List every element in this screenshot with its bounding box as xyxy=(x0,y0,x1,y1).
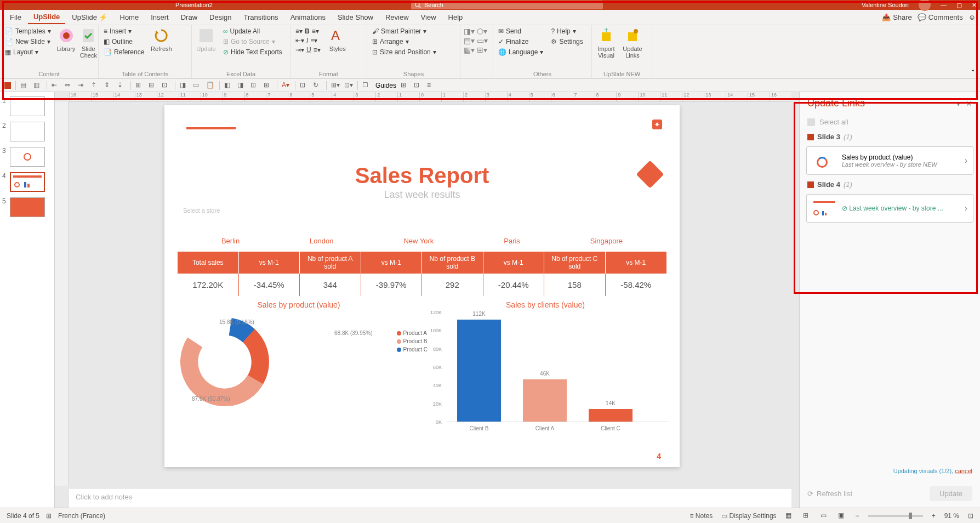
donut-chart[interactable]: Sales by product (value) 15.8K (9.18%) 6… xyxy=(175,300,422,433)
qat-icon[interactable]: ⇔ xyxy=(65,81,73,90)
tab-draw[interactable]: Draw xyxy=(175,11,203,24)
comments-button[interactable]: 💬 Comments xyxy=(918,13,963,21)
size-position-button[interactable]: ⊡ Size and Position ▾ xyxy=(371,48,457,56)
panel-group[interactable]: Slide 4 (1) xyxy=(800,177,980,192)
excel-update-button[interactable]: Update xyxy=(195,27,217,52)
zoom-in[interactable]: + xyxy=(932,512,936,520)
qat-icon[interactable]: ⇣ xyxy=(117,81,126,90)
tab-home[interactable]: Home xyxy=(115,11,145,24)
qat-icon[interactable]: A▾ xyxy=(282,81,290,90)
tab-slideshow[interactable]: Slide Show xyxy=(332,11,379,24)
tab-review[interactable]: Review xyxy=(380,11,414,24)
qat-icon[interactable]: ⇤ xyxy=(52,81,60,90)
help-button[interactable]: ? Help ▾ xyxy=(549,27,584,36)
qat-icon[interactable]: ⇕ xyxy=(104,81,113,90)
select-all-checkbox[interactable]: Select all xyxy=(800,115,980,129)
tab-upslide2[interactable]: UpSlide ⚡ xyxy=(66,11,113,24)
notes-toggle[interactable]: ≡ Notes xyxy=(690,512,713,520)
link-card[interactable]: ⊘ Last week overview - by store ... › xyxy=(806,194,973,223)
panel-close-icon[interactable]: ✕ xyxy=(966,99,972,108)
qat-icon[interactable]: ⇡ xyxy=(91,81,100,90)
outdent-button[interactable]: ⇥▾ U ≡▾ xyxy=(294,46,322,54)
tab-file[interactable]: File xyxy=(4,11,27,24)
zoom-slider[interactable] xyxy=(868,515,923,517)
close-icon[interactable]: ✕ xyxy=(972,2,977,9)
hide-exports-button[interactable]: ⊘ Hide Text Exports xyxy=(221,48,284,56)
qat-icon[interactable]: ⊞ xyxy=(401,81,409,90)
align-button[interactable]: ≡▾ B ≡▾ xyxy=(294,27,322,36)
goto-source-button[interactable]: ⊞ Go to Source ▾ xyxy=(221,37,284,46)
update-all-button[interactable]: ∞ Update All xyxy=(221,27,284,36)
qat-icon[interactable]: ⊡ xyxy=(414,81,423,90)
notes-pane[interactable]: Click to add notes xyxy=(69,488,791,508)
qat-icon[interactable]: ⊞ xyxy=(135,81,144,90)
tab-insert[interactable]: Insert xyxy=(145,11,174,24)
slide[interactable]: ✦ Sales Report Last week results Select … xyxy=(164,105,680,467)
refresh-list-button[interactable]: ⟳ Refresh list xyxy=(807,490,852,498)
tab-design[interactable]: Design xyxy=(204,11,237,24)
collapse-ribbon-icon[interactable]: ⌃ xyxy=(970,69,976,76)
view-sorter-icon[interactable]: ⊞ xyxy=(803,511,812,520)
slide-check-button[interactable]: Slide Check xyxy=(79,27,97,59)
qat-icon[interactable]: ↻ xyxy=(313,81,322,90)
link-card[interactable]: Sales by product (value)Last week overvi… xyxy=(806,146,973,175)
send-button[interactable]: ✉ Send xyxy=(497,27,545,36)
qat-icon[interactable]: ☐ xyxy=(362,81,371,90)
update-links-button[interactable]: Update Links xyxy=(622,27,643,59)
qat-icon[interactable]: ⊡▾ xyxy=(344,81,353,90)
qat-icon[interactable]: ⊞▾ xyxy=(331,81,340,90)
guides-label[interactable]: Guides xyxy=(375,82,396,89)
language-button[interactable]: 🌐 Language ▾ xyxy=(497,48,545,56)
qat-icon[interactable]: ▥ xyxy=(33,81,42,90)
layout-button[interactable]: ▦ Layout ▾ xyxy=(3,48,53,56)
tab-view[interactable]: View xyxy=(415,11,442,24)
tab-animations[interactable]: Animations xyxy=(285,11,331,24)
share-button[interactable]: 📤 Share xyxy=(882,13,912,21)
bar-chart[interactable]: Sales by clients (value) 120K 100K 80K 6… xyxy=(422,300,669,433)
tab-help[interactable]: Help xyxy=(443,11,469,24)
select-store[interactable]: Select a store xyxy=(183,207,220,214)
qat-icon[interactable]: ≡ xyxy=(427,81,436,90)
lang-indicator[interactable]: French (France) xyxy=(58,512,105,520)
fit-icon[interactable]: ⊡ xyxy=(968,512,973,520)
qat-icon[interactable]: ⊡ xyxy=(162,81,170,90)
import-visual-button[interactable]: +Import Visual xyxy=(595,27,617,59)
thumb-4[interactable] xyxy=(10,172,45,192)
canvas[interactable]: 1615141312111098765432101234567891011121… xyxy=(55,92,799,508)
panel-menu-icon[interactable]: ▾ xyxy=(956,99,960,108)
view-slideshow-icon[interactable]: ▣ xyxy=(838,511,847,520)
toc-reference-button[interactable]: 📑 Reference xyxy=(102,48,146,56)
qat-icon[interactable]: ▭ xyxy=(193,81,202,90)
thumb-2[interactable] xyxy=(10,122,45,141)
view-reading-icon[interactable]: ▭ xyxy=(821,511,829,520)
maximize-icon[interactable]: ▢ xyxy=(956,2,962,9)
plus-icon[interactable]: ✦ xyxy=(652,120,662,129)
smart-painter-button[interactable]: 🖌 Smart Painter ▾ xyxy=(371,27,457,36)
qat-icon[interactable]: 📋 xyxy=(206,81,215,90)
minimize-icon[interactable]: — xyxy=(941,2,947,8)
thumb-5[interactable] xyxy=(10,197,45,217)
slide-subtitle[interactable]: Last week results xyxy=(164,189,680,201)
qat-icon[interactable] xyxy=(4,82,11,89)
new-slide-button[interactable]: 📄 New Slide ▾ xyxy=(3,37,53,46)
styles-button[interactable]: AStyles xyxy=(327,27,349,52)
qat-icon[interactable]: ◧ xyxy=(224,81,233,90)
library-button[interactable]: Library xyxy=(57,27,76,52)
slide-title[interactable]: Sales Report xyxy=(164,163,680,188)
arrange-button[interactable]: ⊞ Arrange ▾ xyxy=(371,37,457,46)
qat-icon[interactable]: ⊞ xyxy=(264,81,272,90)
thumb-3[interactable] xyxy=(10,147,45,167)
toc-outline-button[interactable]: ◧ Outline xyxy=(102,37,146,46)
view-normal-icon[interactable]: ▦ xyxy=(785,511,794,520)
qat-icon[interactable]: ⇥ xyxy=(78,81,87,90)
qat-icon[interactable]: ◨ xyxy=(180,81,189,90)
finalize-button[interactable]: ✓ Finalize xyxy=(497,37,545,46)
tab-transitions[interactable]: Transitions xyxy=(238,11,284,24)
tab-upslide[interactable]: UpSlide xyxy=(28,10,65,24)
qat-icon[interactable]: ⊡ xyxy=(300,81,309,90)
username[interactable]: Valentine Soudon xyxy=(862,2,909,8)
smiley-icon[interactable]: ☺ xyxy=(968,13,976,21)
user-avatar[interactable] xyxy=(919,0,931,11)
zoom-value[interactable]: 91 % xyxy=(944,512,959,520)
toc-insert-button[interactable]: ≡ Insert ▾ xyxy=(102,27,146,36)
